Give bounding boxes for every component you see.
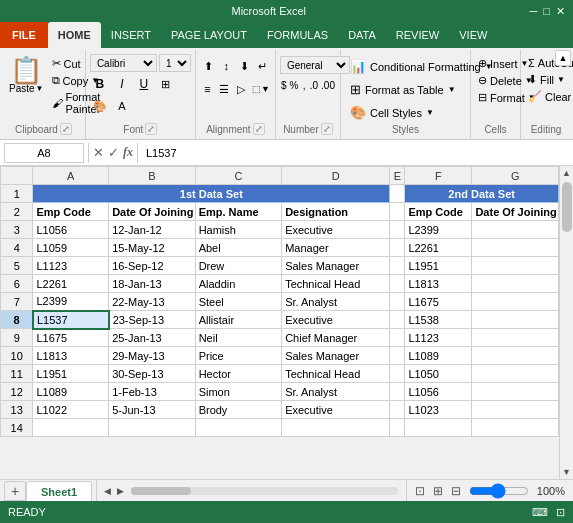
- cell-B12[interactable]: 1-Feb-13: [109, 383, 196, 401]
- cell-B7[interactable]: 22-May-13: [109, 293, 196, 311]
- clipboard-expand-icon[interactable]: ⤢: [60, 123, 72, 135]
- align-center-button[interactable]: ☰: [217, 79, 232, 99]
- col-header-G[interactable]: G: [472, 167, 559, 185]
- cell-A13[interactable]: L1022: [33, 401, 109, 419]
- cell-F14[interactable]: [405, 419, 472, 437]
- close-btn[interactable]: ✕: [556, 5, 565, 18]
- row-header[interactable]: 13: [1, 401, 33, 419]
- clear-button[interactable]: 🧹 Clear ▼: [525, 89, 567, 104]
- cell-B11[interactable]: 30-Sep-13: [109, 365, 196, 383]
- cell-A14[interactable]: [33, 419, 109, 437]
- alignment-expand-icon[interactable]: ⤢: [253, 123, 265, 135]
- cell-E1[interactable]: [390, 185, 405, 203]
- cell-G3[interactable]: [472, 221, 559, 239]
- cell-styles-button[interactable]: 🎨 Cell Styles ▼: [345, 102, 466, 123]
- cell-C10[interactable]: Price: [195, 347, 282, 365]
- cell-C11[interactable]: Hector: [195, 365, 282, 383]
- cell-D3[interactable]: Executive: [282, 221, 390, 239]
- cell-B8[interactable]: 23-Sep-13: [109, 311, 196, 329]
- view-normal-button[interactable]: ⊡: [415, 484, 425, 498]
- cell-B13[interactable]: 5-Jun-13: [109, 401, 196, 419]
- cell-C6[interactable]: Aladdin: [195, 275, 282, 293]
- row-header[interactable]: 14: [1, 419, 33, 437]
- cell-G8[interactable]: [472, 311, 559, 329]
- font-name-select[interactable]: Calibri: [90, 54, 157, 72]
- wrap-text-button[interactable]: ↵: [255, 56, 271, 76]
- cell-D11[interactable]: Technical Head: [282, 365, 390, 383]
- h-scroll-thumb[interactable]: [131, 487, 191, 495]
- cell-B10[interactable]: 29-May-13: [109, 347, 196, 365]
- cell-E10[interactable]: [390, 347, 405, 365]
- cell-A4[interactable]: L1059: [33, 239, 109, 257]
- align-top-button[interactable]: ⬆: [200, 56, 216, 76]
- view-layout-button[interactable]: ⊞: [433, 484, 443, 498]
- italic-button[interactable]: I: [112, 74, 132, 94]
- cell-C13[interactable]: Brody: [195, 401, 282, 419]
- col-header-B[interactable]: B: [109, 167, 196, 185]
- cell-B6[interactable]: 18-Jan-13: [109, 275, 196, 293]
- fill-color-button[interactable]: 🎨: [90, 96, 110, 116]
- merge-center-button[interactable]: ⬚▼: [251, 79, 271, 99]
- align-right-button[interactable]: ▷: [234, 79, 249, 99]
- cell-G5[interactable]: [472, 257, 559, 275]
- row-header[interactable]: 7: [1, 293, 33, 311]
- cell-E12[interactable]: [390, 383, 405, 401]
- cell-F4[interactable]: L2261: [405, 239, 472, 257]
- cell-D9[interactable]: Chief Manager: [282, 329, 390, 347]
- cell-A6[interactable]: L2261: [33, 275, 109, 293]
- cell-B14[interactable]: [109, 419, 196, 437]
- cell-A5[interactable]: L1123: [33, 257, 109, 275]
- tab-file[interactable]: FILE: [0, 22, 48, 48]
- cell-C4[interactable]: Abel: [195, 239, 282, 257]
- vertical-scrollbar[interactable]: ▲ ▼: [559, 166, 573, 479]
- cell-F13[interactable]: L1023: [405, 401, 472, 419]
- cell-G11[interactable]: [472, 365, 559, 383]
- cell-A9[interactable]: L1675: [33, 329, 109, 347]
- scroll-thumb-v[interactable]: [562, 182, 572, 232]
- cell-G13[interactable]: [472, 401, 559, 419]
- cell-A3[interactable]: L1056: [33, 221, 109, 239]
- decrease-decimal-button[interactable]: .00: [320, 76, 336, 94]
- cell-A12[interactable]: L1089: [33, 383, 109, 401]
- bold-button[interactable]: B: [90, 74, 110, 94]
- cell-C8[interactable]: Allistair: [195, 311, 282, 329]
- col-header-D[interactable]: D: [282, 167, 390, 185]
- cell-F6[interactable]: L1813: [405, 275, 472, 293]
- tab-home[interactable]: HOME: [48, 22, 101, 48]
- cell-C12[interactable]: Simon: [195, 383, 282, 401]
- cell-G14[interactable]: [472, 419, 559, 437]
- row-header[interactable]: 2: [1, 203, 33, 221]
- font-size-select[interactable]: 11: [159, 54, 191, 72]
- col-header-C[interactable]: C: [195, 167, 282, 185]
- ribbon-collapse-button[interactable]: ▲: [555, 50, 571, 66]
- insert-function-icon[interactable]: fx: [123, 145, 133, 160]
- cell-F1[interactable]: 2nd Data Set: [405, 185, 559, 203]
- border-button[interactable]: ⊞: [156, 74, 176, 94]
- number-format-select[interactable]: General: [280, 56, 350, 74]
- cell-G4[interactable]: [472, 239, 559, 257]
- cell-A11[interactable]: L1951: [33, 365, 109, 383]
- font-expand-icon[interactable]: ⤢: [145, 123, 157, 135]
- cell-A8[interactable]: L1537: [33, 311, 109, 329]
- col-header-F[interactable]: F: [405, 167, 472, 185]
- cell-E5[interactable]: [390, 257, 405, 275]
- cell-C7[interactable]: Steel: [195, 293, 282, 311]
- cell-E11[interactable]: [390, 365, 405, 383]
- cell-D5[interactable]: Sales Manager: [282, 257, 390, 275]
- row-header[interactable]: 12: [1, 383, 33, 401]
- align-middle-button[interactable]: ↕: [218, 56, 234, 76]
- format-cells-button[interactable]: ⊟ Format ▼: [475, 90, 516, 105]
- align-bottom-button[interactable]: ⬇: [236, 56, 252, 76]
- cell-E14[interactable]: [390, 419, 405, 437]
- scroll-right-button[interactable]: ▶: [114, 486, 127, 496]
- cell-C14[interactable]: [195, 419, 282, 437]
- cell-E6[interactable]: [390, 275, 405, 293]
- currency-button[interactable]: $: [280, 76, 288, 94]
- cell-B5[interactable]: 16-Sep-12: [109, 257, 196, 275]
- confirm-formula-icon[interactable]: ✓: [108, 145, 119, 160]
- comma-button[interactable]: ,: [300, 76, 307, 94]
- name-box[interactable]: [4, 143, 84, 163]
- tab-insert[interactable]: INSERT: [101, 22, 161, 48]
- number-expand-icon[interactable]: ⤢: [321, 123, 333, 135]
- row-header[interactable]: 8: [1, 311, 33, 329]
